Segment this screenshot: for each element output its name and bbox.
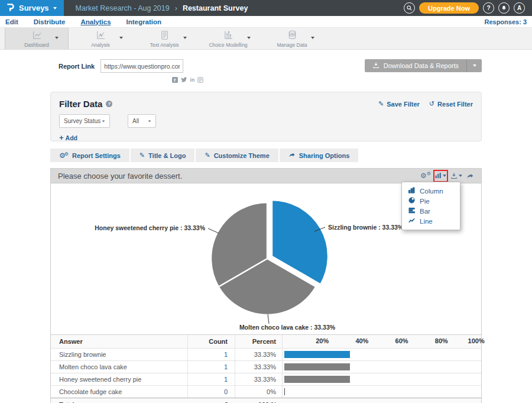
topbar-actions: Upgrade Now ? A <box>404 2 532 14</box>
percent-bar <box>284 351 350 358</box>
download-data-reports-button[interactable]: Download Data & Reports <box>365 59 482 72</box>
chevron-down-icon[interactable] <box>311 37 314 39</box>
chevron-down-icon[interactable] <box>183 37 187 39</box>
report-link-input[interactable] <box>100 59 183 73</box>
reset-filter-button[interactable]: Reset Filter <box>429 100 473 108</box>
percent-bar <box>284 363 350 370</box>
choice-modelling-icon <box>223 30 234 42</box>
pencil-icon <box>205 151 210 159</box>
save-filter-label: Save Filter <box>387 101 420 108</box>
report-settings-tabs: Report Settings Title & Logo Customize T… <box>50 149 482 162</box>
toolbar-item-choice-modelling[interactable]: Choice Modelling <box>196 28 260 49</box>
percent-bar <box>284 376 350 383</box>
answer-table: Answer Count Percent 20% 40% 60% 80% 100… <box>51 334 481 403</box>
filter-field-value: Survey Status <box>64 118 100 124</box>
linkedin-icon[interactable]: in <box>190 77 195 83</box>
scale-tick: 40% <box>355 337 368 344</box>
table-header-row: Answer Count Percent 20% 40% 60% 80% 100… <box>51 335 481 348</box>
chart-type-button[interactable] <box>435 172 446 180</box>
tab-report-settings[interactable]: Report Settings <box>50 149 131 162</box>
bar-chart-icon <box>408 207 415 215</box>
answer-cell: Chocolate fudge cake <box>51 386 188 398</box>
facebook-icon[interactable]: f <box>172 77 178 83</box>
help-icon[interactable]: ? <box>483 2 494 14</box>
percent-cell: 33.33% <box>235 349 283 360</box>
chevron-down-icon <box>148 120 151 122</box>
toolbar-item-analysis[interactable]: Analysis <box>69 28 132 49</box>
cogs-icon[interactable] <box>420 172 431 180</box>
analytics-toolbar: Dashboard Analysis Text Analysis Choice … <box>0 28 532 50</box>
pencil-icon <box>140 151 145 159</box>
count-link[interactable]: 0 <box>224 388 228 395</box>
tab-label: Title & Logo <box>148 152 186 159</box>
filter-data-panel: Filter Data Save Filter Reset Filter Sur… <box>50 92 482 141</box>
upgrade-now-button[interactable]: Upgrade Now <box>419 2 479 14</box>
filter-value-select[interactable]: All <box>128 114 156 128</box>
pie-label-sizzling-brownie: Sizzling brownie : 33.33% <box>328 224 404 231</box>
toolbar-item-manage-data[interactable]: Manage Data <box>260 28 324 49</box>
filter-title: Filter Data <box>59 99 102 109</box>
tab-label: Customize Theme <box>214 152 270 159</box>
surveys-product-menu[interactable]: Surveys <box>0 0 64 16</box>
menu-item-column[interactable]: Column <box>402 186 460 196</box>
search-icon[interactable] <box>404 2 415 14</box>
chevron-down-icon <box>443 175 446 177</box>
count-link[interactable]: 1 <box>224 363 228 370</box>
menu-item-label: Column <box>420 188 443 195</box>
chevron-down-icon[interactable] <box>119 37 123 39</box>
questionpro-logo <box>6 2 15 14</box>
toolbar-label: Dashboard <box>24 42 49 48</box>
breadcrumb-current: Restaurant Survey <box>183 4 248 12</box>
document-icon <box>159 30 170 42</box>
tab-title-logo[interactable]: Title & Logo <box>131 149 196 162</box>
database-icon <box>287 30 298 42</box>
twitter-icon[interactable] <box>181 75 187 85</box>
embed-icon[interactable] <box>197 75 203 85</box>
toolbar-item-text-analysis[interactable]: Text Analysis <box>132 28 196 49</box>
question-circle-icon[interactable] <box>106 101 112 107</box>
menu-item-label: Pie <box>420 198 430 205</box>
nav-item-integration[interactable]: Integration <box>126 18 161 25</box>
download-options-caret[interactable] <box>466 59 482 72</box>
answer-cell: Molten choco lava cake <box>51 361 188 373</box>
dashboard-content: Report Link f in Download Data & Reports <box>50 59 482 403</box>
chevron-down-icon <box>459 175 462 177</box>
line-graph-icon <box>31 30 43 42</box>
share-question-button[interactable] <box>466 172 474 179</box>
scatter-chart-icon <box>95 30 106 42</box>
toolbar-label: Manage Data <box>277 42 307 48</box>
chevron-down-icon[interactable] <box>55 37 59 39</box>
breadcrumb-separator: › <box>175 4 177 12</box>
tab-label: Sharing Options <box>299 152 350 159</box>
chart-type-icon <box>435 172 442 180</box>
filter-field-select[interactable]: Survey Status <box>59 114 110 128</box>
nav-item-edit[interactable]: Edit <box>5 18 18 25</box>
responses-count[interactable]: Responses: 3 <box>484 18 532 25</box>
menu-item-label: Line <box>420 218 433 225</box>
total-percent: 100 % <box>235 398 283 403</box>
count-link[interactable]: 1 <box>224 376 228 383</box>
tab-sharing-options[interactable]: Sharing Options <box>280 149 360 162</box>
pie-label-molten-choco-lava-cake: Molten choco lava cake : 33.33% <box>239 324 336 331</box>
count-link[interactable]: 1 <box>224 351 228 358</box>
save-filter-button[interactable]: Save Filter <box>378 100 420 108</box>
tab-customize-theme[interactable]: Customize Theme <box>196 149 279 162</box>
nav-item-analytics[interactable]: Analytics <box>80 18 111 25</box>
breadcrumb-parent[interactable]: Market Research - Aug 2019 <box>76 4 170 12</box>
menu-item-pie[interactable]: Pie <box>402 196 460 206</box>
menu-item-line[interactable]: Line <box>402 216 460 226</box>
download-chart-button[interactable] <box>450 172 462 179</box>
chevron-down-icon[interactable] <box>247 37 251 39</box>
menu-item-bar[interactable]: Bar <box>402 206 460 216</box>
percent-cell: 0% <box>235 386 283 398</box>
avatar[interactable]: A <box>514 2 525 14</box>
cogs-icon <box>59 151 69 160</box>
scale-tick: 60% <box>395 337 408 344</box>
topbar: Surveys Market Research - Aug 2019 › Res… <box>0 0 532 16</box>
nav-item-distribute[interactable]: Distribute <box>34 18 66 25</box>
chevron-down-icon <box>102 120 105 122</box>
answer-cell: Sizzling brownie <box>51 349 188 360</box>
add-filter-button[interactable]: Add <box>59 133 83 142</box>
bell-icon[interactable] <box>498 2 510 14</box>
toolbar-item-dashboard[interactable]: Dashboard <box>5 28 69 49</box>
